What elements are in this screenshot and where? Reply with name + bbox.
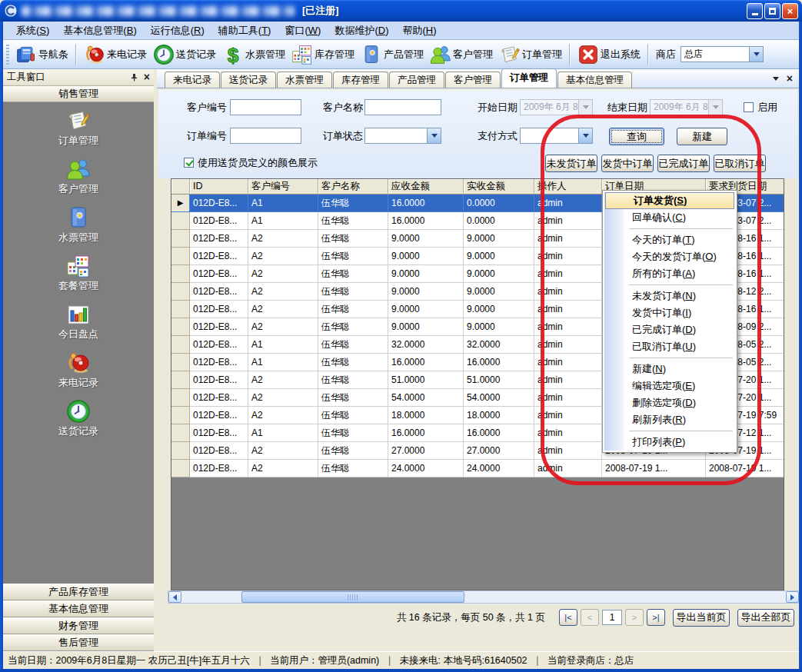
menubar-item[interactable]: 运行信息(R) — [144, 22, 211, 39]
horizontal-scrollbar[interactable] — [168, 590, 800, 604]
context-menu-item[interactable]: 新建(N) — [604, 361, 735, 378]
row-selector-cell[interactable]: ▶ — [171, 195, 190, 212]
row-selector-cell[interactable] — [171, 318, 190, 336]
tab-基本信息管理[interactable]: 基本信息管理 — [557, 72, 632, 88]
column-header-实收金额[interactable]: 实收金额 — [464, 179, 534, 195]
toolbar-button-color-grid[interactable]: 库存管理 — [288, 42, 358, 67]
context-menu-item[interactable]: 订单发货(S) — [605, 192, 734, 209]
enable-checkbox[interactable] — [744, 102, 754, 112]
new-button[interactable]: 新建 — [677, 128, 727, 145]
order-status-filter-button[interactable]: 已取消订单 — [714, 155, 766, 172]
tab-客户管理[interactable]: 客户管理 — [445, 72, 501, 88]
tab-水票管理[interactable]: 水票管理 — [277, 72, 332, 88]
sidebar-item-color-grid[interactable]: 套餐管理 — [3, 254, 154, 302]
shop-select[interactable]: 总店 — [681, 46, 764, 62]
order-no-input[interactable] — [230, 128, 301, 144]
tool-window-close-icon[interactable]: × — [144, 73, 150, 82]
maximize-button[interactable] — [764, 3, 780, 19]
context-menu-item[interactable]: 今天的发货订单(O) — [604, 248, 735, 265]
scroll-right-arrow-icon[interactable] — [786, 591, 799, 603]
context-menu-item[interactable]: 删除选定项(D) — [604, 394, 735, 411]
column-header-应收金额[interactable]: 应收金额 — [388, 179, 464, 195]
row-selector-cell[interactable] — [171, 424, 190, 442]
customer-name-input[interactable] — [364, 99, 441, 115]
row-selector-cell[interactable] — [171, 212, 190, 230]
customer-no-input[interactable] — [230, 99, 301, 115]
sidebar-group-button[interactable]: 基本信息管理 — [3, 600, 154, 617]
order-status-filter-button[interactable]: 未发货订单 — [545, 155, 597, 172]
row-selector-cell[interactable] — [171, 248, 190, 265]
close-button[interactable]: × — [782, 3, 798, 19]
context-menu-item[interactable]: 发货中订单(I) — [604, 304, 735, 321]
tab-list-dropdown-icon[interactable] — [773, 77, 779, 81]
row-selector-cell[interactable] — [171, 283, 190, 301]
page-number-input[interactable] — [602, 610, 622, 625]
minimize-button[interactable] — [747, 3, 763, 19]
pay-method-select[interactable] — [520, 128, 593, 144]
sidebar-item-blue-book[interactable]: 水票管理 — [3, 205, 154, 254]
row-selector-cell[interactable] — [171, 230, 190, 248]
tab-库存管理[interactable]: 库存管理 — [333, 72, 388, 88]
query-button[interactable]: 查询 — [609, 128, 664, 145]
toolbar-button-navigator-books[interactable]: 导航条 — [12, 42, 72, 67]
toolbar-button-red-x[interactable]: 退出系统 — [574, 42, 644, 67]
menubar-item[interactable]: 辅助工具(T) — [211, 22, 278, 39]
color-display-checkbox[interactable] — [184, 158, 194, 168]
sidebar-item-bar-chart[interactable]: 今日盘点 — [3, 302, 154, 351]
last-page-button[interactable]: >| — [647, 609, 665, 626]
row-selector-cell[interactable] — [171, 460, 190, 477]
scrollbar-thumb[interactable] — [241, 591, 464, 603]
next-page-button[interactable]: > — [625, 609, 644, 626]
tab-close-icon[interactable]: × — [787, 74, 793, 83]
menubar-item[interactable]: 基本信息管理(B) — [56, 22, 143, 39]
row-selector-cell[interactable] — [171, 336, 190, 354]
row-selector-cell[interactable] — [171, 407, 190, 424]
column-header-客户名称[interactable]: 客户名称 — [318, 179, 388, 195]
sidebar-group-button[interactable]: 财务管理 — [3, 617, 154, 634]
toolbar-button-clock[interactable]: 送货记录 — [150, 42, 219, 67]
row-selector-cell[interactable] — [171, 442, 190, 460]
row-selector-cell[interactable] — [171, 389, 190, 407]
end-date-select[interactable]: 2009年 6月 8日 — [650, 99, 723, 115]
sidebar-item-alarm-bell[interactable]: 来电记录 — [3, 351, 154, 399]
table-row[interactable]: 012D-E8...A2伍华聪24.000024.0000admin2008-0… — [171, 460, 784, 477]
column-header-操作人[interactable]: 操作人 — [534, 179, 602, 195]
tab-送货记录[interactable]: 送货记录 — [221, 72, 276, 88]
pin-icon[interactable] — [130, 71, 138, 85]
toolbar-button-blue-book[interactable]: 产品管理 — [358, 42, 427, 67]
sidebar-item-scroll-pen[interactable]: 订单管理 — [3, 108, 154, 157]
tab-来电记录[interactable]: 来电记录 — [165, 72, 220, 88]
context-menu-item[interactable]: 刷新列表(R) — [604, 411, 735, 428]
menubar-item[interactable]: 数据维护(D) — [328, 22, 395, 39]
start-date-select[interactable]: 2009年 6月 8日 — [520, 99, 593, 115]
tab-订单管理[interactable]: 订单管理 — [501, 68, 557, 88]
prev-page-button[interactable]: < — [581, 609, 599, 626]
row-selector-cell[interactable] — [171, 354, 190, 371]
sidebar-item-clock[interactable]: 送货记录 — [3, 399, 154, 447]
row-selector-cell[interactable] — [171, 301, 190, 318]
context-menu-item[interactable]: 回单确认(C) — [604, 209, 735, 226]
context-menu-item[interactable]: 未发货订单(N) — [604, 288, 735, 304]
toolbar-button-people[interactable]: 客户管理 — [427, 42, 496, 67]
order-status-select[interactable] — [364, 128, 441, 144]
toolbar-button-dollar[interactable]: $水票管理 — [219, 42, 288, 67]
toolbar-button-alarm-bell[interactable]: 来电记录 — [81, 42, 150, 67]
column-header-ID[interactable]: ID — [190, 179, 248, 195]
row-selector-cell[interactable] — [171, 371, 190, 389]
context-menu-item[interactable]: 已取消订单(U) — [604, 338, 735, 355]
export-all-pages-button[interactable]: 导出全部页 — [737, 609, 794, 627]
context-menu-item[interactable]: 所有的订单(A) — [604, 265, 735, 282]
column-header-客户编号[interactable]: 客户编号 — [248, 179, 318, 195]
scroll-left-arrow-icon[interactable] — [168, 591, 181, 603]
tab-产品管理[interactable]: 产品管理 — [389, 72, 444, 88]
context-menu-item[interactable]: 编辑选定项(E) — [604, 378, 735, 394]
menubar-item[interactable]: 窗口(W) — [278, 22, 328, 39]
sidebar-group-sales-management[interactable]: 销售管理 — [3, 86, 154, 102]
toolbar-button-scroll-pen[interactable]: 订单管理 — [496, 42, 565, 67]
first-page-button[interactable]: |< — [559, 609, 577, 626]
context-menu-item[interactable]: 已完成订单(D) — [604, 321, 735, 338]
sidebar-item-people[interactable]: 客户管理 — [3, 157, 154, 205]
column-header[interactable] — [171, 179, 190, 195]
menubar-item[interactable]: 帮助(H) — [395, 22, 443, 39]
context-menu-item[interactable]: 打印列表(P) — [604, 434, 735, 451]
